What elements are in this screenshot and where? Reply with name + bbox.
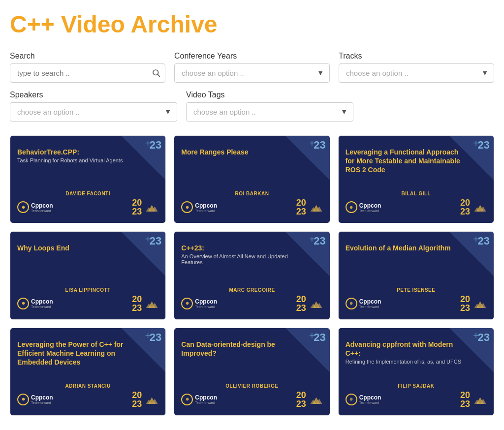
- video-tags-filter-group: Video Tags choose an option .. ▼: [186, 91, 353, 122]
- year-number: 20 23: [460, 198, 470, 216]
- cppcon-subtitle: Tech•forward: [31, 209, 53, 213]
- video-card[interactable]: + 23 C++23: An Overview of Almost All Ne…: [174, 231, 330, 319]
- video-speaker: PETE ISENSEE: [346, 287, 487, 293]
- year-number: 20 23: [132, 295, 142, 312]
- mountain-icon: [144, 394, 158, 405]
- video-thumbnail: + 23 Evolution of a Median Algorithm PET…: [339, 232, 494, 319]
- video-title: Leveraging the Power of C++ for Efficien…: [17, 340, 137, 367]
- cppcon-circle-icon: ⊕: [346, 298, 357, 309]
- tracks-filter-group: Tracks choose an option .. ▼: [339, 52, 494, 83]
- year-number: 20 23: [132, 391, 142, 408]
- cppcon-circle-icon: ⊕: [181, 394, 193, 405]
- video-speaker: OLLIVIER ROBERGE: [181, 383, 322, 389]
- search-input-wrapper: [10, 63, 165, 83]
- conference-year-badge: 20 23: [132, 295, 158, 312]
- video-speaker: DAVIDE FACONTI: [17, 191, 158, 196]
- search-button[interactable]: [152, 68, 160, 77]
- cppcon-logo: ⊕ Cppcon Tech•forward: [181, 201, 217, 213]
- cppcon-subtitle: Tech•forward: [195, 209, 217, 213]
- video-subtitle: An Overview of Almost All New and Update…: [181, 253, 301, 265]
- conference-years-dropdown-wrapper: choose an option .. ▼: [174, 63, 330, 83]
- cppcon-circle-icon: ⊕: [17, 394, 29, 405]
- video-speaker: BILAL GILL: [346, 191, 487, 196]
- video-title: Can Data-oriented-design be Improved?: [181, 340, 301, 358]
- cppcon-name: Cppcon: [31, 394, 53, 401]
- cppcon-logo: ⊕ Cppcon Tech•forward: [346, 201, 381, 213]
- cppcon-name: Cppcon: [195, 202, 217, 209]
- year-badge-number: 23: [150, 332, 161, 343]
- conference-year-badge: 20 23: [296, 295, 323, 312]
- video-card[interactable]: + 23 More Ranges Please ROI BARKAN ⊕ Cpp…: [174, 135, 330, 223]
- conference-years-select[interactable]: choose an option ..: [174, 63, 330, 83]
- cppcon-subtitle: Tech•forward: [359, 305, 381, 308]
- cppcon-name: Cppcon: [195, 298, 217, 305]
- conference-year-badge: 20 23: [460, 198, 487, 216]
- cppcon-subtitle: Tech•forward: [195, 305, 217, 308]
- cppcon-logo: ⊕ Cppcon Tech•forward: [181, 298, 217, 309]
- search-input[interactable]: [10, 63, 165, 83]
- video-footer: ⊕ Cppcon Tech•forward 20 23: [346, 198, 487, 216]
- video-footer: ⊕ Cppcon Tech•forward 20 23: [181, 295, 322, 312]
- video-footer: ⊕ Cppcon Tech•forward 20 23: [17, 198, 158, 216]
- video-card[interactable]: + 23 Why Loops End LISA LIPPINCOTT ⊕ Cpp…: [10, 231, 166, 319]
- cppcon-logo: ⊕ Cppcon Tech•forward: [346, 298, 381, 309]
- video-footer: ⊕ Cppcon Tech•forward 20 23: [181, 391, 322, 408]
- video-thumbnail: + 23 Leveraging a Functional Approach fo…: [339, 136, 494, 223]
- speakers-select[interactable]: choose an option ..: [10, 102, 177, 122]
- mountain-icon: [472, 394, 487, 405]
- video-card[interactable]: + 23 Leveraging the Power of C++ for Eff…: [10, 328, 166, 416]
- video-title: C++23:: [181, 244, 301, 252]
- year-badge-number: 23: [314, 140, 325, 151]
- video-card[interactable]: + 23 Advancing cppfront with Modern C++:…: [338, 328, 494, 416]
- conference-year-badge: 20 23: [460, 295, 487, 312]
- conference-years-filter-group: Conference Years choose an option .. ▼: [174, 52, 330, 83]
- cppcon-subtitle: Tech•forward: [359, 209, 381, 213]
- speakers-dropdown-wrapper: choose an option .. ▼: [10, 102, 177, 122]
- video-title: Leveraging a Functional Approach for Mor…: [346, 148, 466, 175]
- cppcon-name: Cppcon: [359, 394, 381, 401]
- cppcon-circle-icon: ⊕: [181, 201, 193, 213]
- tracks-label: Tracks: [339, 52, 494, 61]
- year-badge-number: 23: [478, 332, 490, 343]
- video-speaker: ROI BARKAN: [181, 191, 322, 196]
- video-card[interactable]: + 23 BehaviorTree.CPP: Task Planning for…: [10, 135, 166, 223]
- video-card[interactable]: + 23 Leveraging a Functional Approach fo…: [338, 135, 494, 223]
- cppcon-circle-icon: ⊕: [346, 201, 357, 213]
- video-title: Advancing cppfront with Modern C++:: [346, 340, 466, 358]
- cppcon-name: Cppcon: [359, 202, 381, 209]
- cppcon-name: Cppcon: [31, 202, 53, 209]
- cppcon-subtitle: Tech•forward: [31, 305, 53, 308]
- video-footer: ⊕ Cppcon Tech•forward 20 23: [346, 391, 487, 408]
- video-subtitle: Refining the Implementation of is, as, a…: [346, 359, 466, 365]
- cppcon-circle-icon: ⊕: [346, 394, 357, 405]
- video-thumbnail: + 23 BehaviorTree.CPP: Task Planning for…: [10, 136, 165, 223]
- year-badge-number: 23: [478, 140, 490, 151]
- video-speaker: LISA LIPPINCOTT: [17, 287, 158, 293]
- cppcon-logo: ⊕ Cppcon Tech•forward: [346, 394, 381, 405]
- conference-year-badge: 20 23: [132, 391, 158, 408]
- video-tags-dropdown-wrapper: choose an option .. ▼: [186, 102, 353, 122]
- conference-year-badge: 20 23: [460, 391, 487, 408]
- mountain-icon: [144, 202, 158, 213]
- cppcon-logo: ⊕ Cppcon Tech•forward: [17, 394, 53, 405]
- cppcon-logo: ⊕ Cppcon Tech•forward: [17, 201, 53, 213]
- video-tags-label: Video Tags: [186, 91, 353, 99]
- video-card[interactable]: + 23 Can Data-oriented-design be Improve…: [174, 328, 330, 416]
- mountain-icon: [308, 202, 323, 213]
- video-card[interactable]: + 23 Evolution of a Median Algorithm PET…: [338, 231, 494, 319]
- video-subtitle: Task Planning for Robots and Virtual Age…: [17, 157, 137, 163]
- conference-year-badge: 20 23: [296, 198, 323, 216]
- mountain-icon: [472, 202, 487, 213]
- mountain-icon: [472, 298, 487, 309]
- cppcon-circle-icon: ⊕: [181, 298, 193, 309]
- tracks-select[interactable]: choose an option ..: [339, 63, 494, 83]
- video-thumbnail: + 23 Can Data-oriented-design be Improve…: [174, 328, 329, 415]
- cppcon-circle-icon: ⊕: [17, 201, 29, 213]
- mountain-icon: [308, 394, 323, 405]
- year-badge-number: 23: [150, 236, 161, 246]
- cppcon-name: Cppcon: [359, 298, 381, 305]
- year-number: 20 23: [460, 295, 470, 312]
- video-speaker: MARC GREGOIRE: [181, 287, 322, 293]
- filters-row-1: Search Conference Years choose an option…: [10, 52, 494, 83]
- video-tags-select[interactable]: choose an option ..: [186, 102, 353, 122]
